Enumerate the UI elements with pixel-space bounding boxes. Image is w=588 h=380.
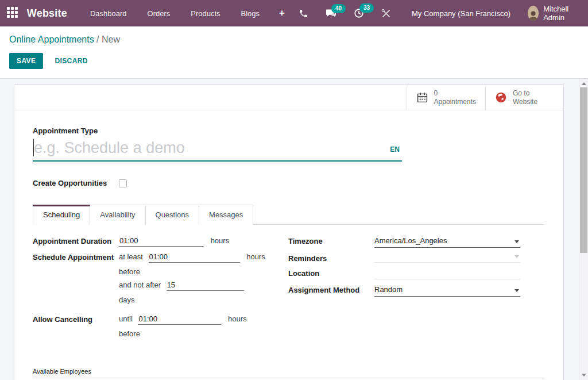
tab-questions[interactable]: Questions <box>146 205 200 225</box>
timezone-field: Timezone America/Los_Angeles <box>288 236 521 248</box>
breadcrumb-current: New <box>102 34 120 44</box>
timezone-label: Timezone <box>288 236 374 248</box>
globe-icon <box>495 91 507 103</box>
duration-suffix: hours <box>211 236 230 245</box>
assignment-method-value: Random <box>374 285 403 294</box>
schedule-hours-input[interactable] <box>149 252 240 263</box>
timezone-select[interactable]: America/Los_Angeles <box>374 236 520 248</box>
go-to-website-button[interactable]: Go to Website <box>485 85 563 110</box>
menu-blogs[interactable]: Blogs <box>233 5 268 22</box>
breadcrumb: Online Appointments / New <box>9 34 579 45</box>
scroll-down-icon[interactable] <box>582 374 586 377</box>
button-box: 0 Appointments Go to Website <box>14 85 563 110</box>
schedule-days-input[interactable] <box>167 281 244 291</box>
schedule-appointment-field: Schedule Appointment at least hours befo… <box>33 252 288 309</box>
control-panel: Online Appointments / New SAVE DISCARD <box>0 26 588 79</box>
schedule-prefix2: and not after <box>119 281 161 289</box>
appointment-type-input[interactable] <box>33 137 354 160</box>
activities-clock-icon[interactable]: 33 <box>347 5 371 22</box>
create-opportunities-label: Create Opportunities <box>33 179 119 187</box>
go-to-website-line2: Website <box>513 98 537 106</box>
schedule-suffix1: hours <box>246 252 265 261</box>
calendar-icon <box>416 91 428 103</box>
user-avatar <box>528 6 539 21</box>
new-content-plus-icon[interactable]: + <box>272 4 292 22</box>
cancelling-hours-input[interactable] <box>138 314 221 325</box>
cancelling-suffix: hours <box>228 314 247 323</box>
save-button[interactable]: SAVE <box>9 53 43 69</box>
reminders-field: Reminders <box>288 254 521 263</box>
appointment-duration-field: Appointment Duration hours <box>33 236 288 247</box>
apps-grid-icon[interactable] <box>7 7 19 20</box>
reminders-label: Reminders <box>288 254 374 263</box>
schedule-prefix1: at least <box>119 252 143 261</box>
content-area: 0 Appointments Go to Website Appointme <box>0 79 588 380</box>
cancelling-prefix: until <box>119 314 133 323</box>
location-input[interactable] <box>374 268 520 279</box>
user-menu[interactable]: Mitchell Admin <box>522 2 580 24</box>
schedule-appointment-label: Schedule Appointment <box>33 252 119 309</box>
menu-products[interactable]: Products <box>183 5 228 22</box>
scrollbar-thumb[interactable] <box>580 87 587 253</box>
allow-cancelling-field: Allow Cancelling until hours before <box>33 314 288 343</box>
timezone-value: America/Los_Angeles <box>374 236 447 245</box>
tab-messages[interactable]: Messages <box>199 205 253 225</box>
control-buttons: SAVE DISCARD <box>9 53 579 69</box>
app-title[interactable]: Website <box>27 7 67 20</box>
available-employees-label: Available Employees <box>33 368 545 378</box>
breadcrumb-parent-link[interactable]: Online Appointments <box>9 34 94 44</box>
text-cursor <box>33 139 34 156</box>
create-opportunities-checkbox[interactable] <box>119 179 127 187</box>
appointment-type-label: Appointment Type <box>33 126 544 135</box>
appointments-label: Appointments <box>434 98 476 106</box>
systray: 40 33 My Company (San Francisco) <box>292 2 580 24</box>
assignment-method-label: Assignment Method <box>288 285 374 297</box>
go-to-website-line1: Go to <box>513 89 537 98</box>
tools-icon[interactable] <box>374 5 398 22</box>
caret-down-icon <box>514 240 519 243</box>
available-employees-section: Available Employees Employee Name Workin… <box>33 368 544 380</box>
appointments-count: 0 <box>434 89 476 98</box>
menu-dashboard[interactable]: Dashboard <box>82 5 135 22</box>
scheduling-tab-content: Appointment Duration hours Schedule Appo… <box>33 225 544 348</box>
discard-button[interactable]: DISCARD <box>49 53 93 69</box>
user-name: Mitchell Admin <box>543 5 579 22</box>
messages-icon[interactable]: 40 <box>319 5 343 22</box>
company-switcher[interactable]: My Company (San Francisco) <box>401 6 519 21</box>
tab-availability[interactable]: Availability <box>90 205 145 225</box>
schedule-days-text: days <box>119 295 265 304</box>
location-label: Location <box>288 268 374 279</box>
location-field: Location <box>288 268 521 279</box>
breadcrumb-separator: / <box>96 34 99 44</box>
reminders-select[interactable] <box>374 254 520 263</box>
cancelling-before-text: before <box>119 329 247 338</box>
tab-scheduling[interactable]: Scheduling <box>33 205 90 225</box>
top-navbar: Website Dashboard Orders Products Blogs … <box>0 0 588 26</box>
allow-cancelling-label: Allow Cancelling <box>33 314 119 343</box>
caret-down-icon <box>514 289 519 292</box>
language-badge[interactable]: EN <box>390 145 400 153</box>
create-opportunities-field: Create Opportunities <box>33 179 544 187</box>
form-sheet: 0 Appointments Go to Website Appointme <box>14 85 564 380</box>
activities-badge: 33 <box>359 3 374 13</box>
appointment-type-field: Appointment Type EN <box>33 126 544 162</box>
vertical-scrollbar[interactable] <box>579 79 588 380</box>
messages-badge: 40 <box>331 4 346 13</box>
scroll-up-icon[interactable] <box>582 82 586 85</box>
appointment-duration-label: Appointment Duration <box>33 236 119 247</box>
main-menu: Dashboard Orders Products Blogs + <box>82 4 292 22</box>
notebook-tabs: Scheduling Availability Questions Messag… <box>33 205 544 225</box>
caret-down-icon <box>514 255 519 258</box>
schedule-before-text: before <box>119 267 265 276</box>
appointments-stat-button[interactable]: 0 Appointments <box>407 85 485 110</box>
assignment-method-select[interactable]: Random <box>374 285 520 297</box>
assignment-method-field: Assignment Method Random <box>288 285 521 297</box>
menu-orders[interactable]: Orders <box>140 5 179 22</box>
appointment-duration-input[interactable] <box>119 236 204 247</box>
phone-icon[interactable] <box>292 5 315 22</box>
